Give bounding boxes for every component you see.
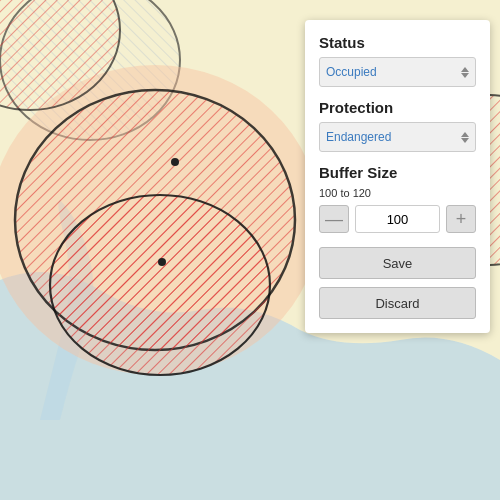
- status-arrow-up[interactable]: [461, 67, 469, 72]
- minus-icon: —: [325, 209, 343, 230]
- protection-label: Protection: [319, 99, 476, 116]
- status-label: Status: [319, 34, 476, 51]
- status-select[interactable]: Occupied: [319, 57, 476, 87]
- buffer-size-label: Buffer Size: [319, 164, 476, 181]
- buffer-value[interactable]: 100: [355, 205, 440, 233]
- save-button[interactable]: Save: [319, 247, 476, 279]
- protection-arrow-up[interactable]: [461, 132, 469, 137]
- status-arrow-down[interactable]: [461, 73, 469, 78]
- svg-point-9: [171, 158, 179, 166]
- protection-select[interactable]: Endangered: [319, 122, 476, 152]
- side-panel: Status Occupied Protection Endangered Bu…: [305, 20, 490, 333]
- status-value: Occupied: [326, 65, 461, 79]
- svg-point-7: [50, 195, 270, 375]
- buffer-stepper: — 100 +: [319, 205, 476, 233]
- discard-button[interactable]: Discard: [319, 287, 476, 319]
- buffer-plus-button[interactable]: +: [446, 205, 476, 233]
- status-arrows[interactable]: [461, 67, 469, 78]
- protection-arrows[interactable]: [461, 132, 469, 143]
- protection-arrow-down[interactable]: [461, 138, 469, 143]
- buffer-range: 100 to 120: [319, 187, 476, 199]
- plus-icon: +: [456, 209, 467, 230]
- protection-value: Endangered: [326, 130, 461, 144]
- svg-point-10: [158, 258, 166, 266]
- buffer-minus-button[interactable]: —: [319, 205, 349, 233]
